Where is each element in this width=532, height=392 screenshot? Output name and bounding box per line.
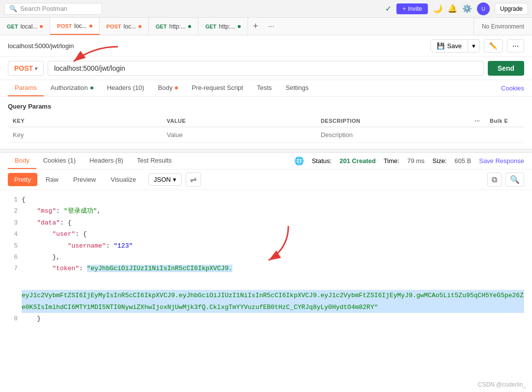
tab-4[interactable]: GET http:...	[198, 18, 248, 35]
tab-prerequest[interactable]: Pre-request Script	[185, 80, 250, 96]
tab-3[interactable]: GET http:...	[149, 18, 198, 35]
wrap-button[interactable]: ⇌	[186, 172, 201, 187]
json-line-1: 1 {	[8, 194, 524, 205]
tab-0-method: GET	[7, 24, 18, 29]
tab-authorization[interactable]: Authorization	[44, 80, 100, 96]
json-line-7b: 7 eyJ1c2VybmFtZSI6IjEyMyIsInR5cCI6IkpXVC…	[8, 275, 524, 313]
moon-icon[interactable]: 🌙	[433, 4, 443, 14]
response-view-tabs: Pretty Raw Preview Visualize JSON ▾ ⇌ ⧉ …	[0, 169, 532, 190]
json-line-4: 4 "user": {	[8, 228, 524, 240]
view-tab-visualize[interactable]: Visualize	[104, 173, 142, 186]
send-button[interactable]: Send	[488, 61, 524, 76]
key-input[interactable]	[13, 131, 157, 139]
authorization-dot	[90, 86, 93, 89]
request-title: localhost:5000/jwt/login	[8, 42, 426, 50]
tab-0-url: local...	[21, 23, 38, 30]
section-separator	[0, 149, 532, 153]
value-input[interactable]	[167, 131, 310, 139]
tab-2-dot	[139, 25, 141, 28]
col-bulk: Bulk E	[485, 115, 524, 127]
watermark: CSDN @coderlin_	[478, 381, 526, 388]
url-bar: localhost:5000/jwt/login 💾 Save ▾ ✏️ ⋯	[0, 35, 532, 57]
tab-headers[interactable]: Headers (10)	[100, 80, 151, 96]
json-line-3: 3 "data": {	[8, 217, 524, 228]
save-button-group: 💾 Save ▾	[430, 39, 480, 53]
plus-icon: +	[402, 5, 406, 12]
search-icon: 🔍	[9, 5, 17, 12]
tab-settings[interactable]: Settings	[279, 80, 315, 96]
resp-tab-headers[interactable]: Headers (8)	[83, 153, 130, 169]
save-button[interactable]: 💾 Save	[431, 40, 468, 52]
topbar-right: ✓ + Invite 🌙 🔔 ⚙️ U Upgrade	[385, 2, 528, 15]
resp-tab-body[interactable]: Body	[8, 153, 36, 169]
view-tab-pretty[interactable]: Pretty	[8, 173, 37, 186]
search-response-button[interactable]: 🔍	[505, 172, 524, 187]
method-dropdown[interactable]: POST ▾	[8, 61, 44, 76]
tab-3-url: http:...	[169, 23, 186, 30]
json-line-8: 8 }	[8, 313, 524, 324]
json-viewer: 1 { 2 "msg": "登录成功", 3 "data": { 4 "user…	[0, 190, 532, 328]
more-options-button[interactable]: ⋯	[507, 39, 524, 53]
invite-button[interactable]: + Invite	[396, 3, 428, 14]
col-desc: DESCRIPTION	[316, 115, 470, 127]
sync-icon: ✓	[385, 4, 392, 13]
json-line-5: 5 "username": "123"	[8, 240, 524, 252]
edit-button[interactable]: ✏️	[484, 39, 503, 53]
status-label: Status:	[312, 157, 332, 165]
col-more: ···	[470, 115, 485, 127]
more-tabs-button[interactable]: ···	[263, 22, 279, 31]
search-placeholder: Search Postman	[20, 5, 67, 12]
tab-params[interactable]: Params	[8, 80, 44, 96]
tab-0-dot	[40, 25, 43, 28]
response-actions: ⧉ 🔍	[487, 172, 524, 187]
top-bar: 🔍 Search Postman ✓ + Invite 🌙 🔔 ⚙️ U Upg…	[0, 0, 532, 18]
tab-0[interactable]: GET local...	[0, 18, 50, 35]
tab-2[interactable]: POST loc...	[100, 18, 149, 35]
tab-4-dot	[238, 25, 241, 28]
format-label: JSON	[154, 176, 171, 183]
tab-2-method: POST	[107, 24, 121, 29]
new-tab-button[interactable]: +	[248, 21, 263, 31]
params-table: KEY VALUE DESCRIPTION ··· Bulk E	[8, 115, 524, 143]
method-label: POST	[14, 64, 33, 72]
tab-tests[interactable]: Tests	[250, 80, 279, 96]
json-line-6: 6 },	[8, 252, 524, 263]
upgrade-button[interactable]: Upgrade	[495, 3, 528, 15]
query-params-title: Query Params	[8, 103, 524, 110]
view-tab-preview[interactable]: Preview	[67, 173, 102, 186]
cookies-link[interactable]: Cookies	[501, 84, 524, 92]
status-value: 201 Created	[339, 157, 376, 165]
tab-1-url: loc...	[74, 23, 86, 29]
tabs-bar: GET local... POST loc... POST loc... GET…	[0, 18, 532, 35]
resp-tab-test-results[interactable]: Test Results	[130, 153, 179, 169]
environment-selector[interactable]: No Environment	[474, 18, 532, 35]
save-chevron-button[interactable]: ▾	[468, 40, 479, 52]
copy-button[interactable]: ⧉	[487, 172, 502, 187]
description-input[interactable]	[321, 131, 465, 139]
save-icon: 💾	[437, 42, 445, 50]
body-dot	[175, 86, 178, 89]
tab-body[interactable]: Body	[151, 80, 185, 96]
resp-tab-cookies[interactable]: Cookies (1)	[36, 153, 83, 169]
response-size: 605 B	[454, 157, 471, 165]
tab-1[interactable]: POST loc...	[50, 18, 99, 35]
response-section: Body Cookies (1) Headers (8) Test Result…	[0, 153, 532, 328]
search-box[interactable]: 🔍 Search Postman	[4, 3, 102, 15]
globe-icon: 🌐	[294, 156, 304, 166]
time-label: Time:	[384, 157, 399, 165]
view-tab-raw[interactable]: Raw	[39, 173, 65, 186]
table-row	[8, 127, 524, 143]
format-select[interactable]: JSON ▾	[148, 173, 182, 186]
avatar[interactable]: U	[477, 2, 490, 15]
method-chevron-icon: ▾	[35, 66, 37, 71]
tab-1-dot	[89, 25, 92, 28]
save-response-button[interactable]: Save Response	[479, 157, 524, 165]
bell-icon[interactable]: 🔔	[448, 4, 457, 14]
tab-3-dot	[188, 25, 191, 28]
tab-3-method: GET	[156, 24, 167, 29]
url-input[interactable]	[48, 61, 484, 76]
response-time: 79 ms	[407, 157, 424, 165]
params-section: Query Params KEY VALUE DESCRIPTION ··· B…	[0, 97, 532, 149]
settings-icon[interactable]: ⚙️	[462, 4, 472, 14]
tab-4-url: http:...	[219, 23, 235, 30]
